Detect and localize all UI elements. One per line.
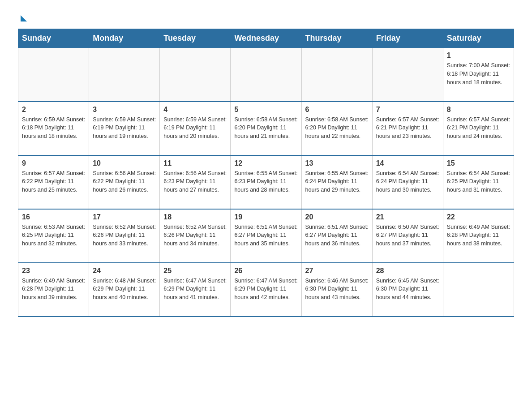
day-number: 16 (22, 213, 85, 221)
day-info: Sunrise: 6:52 AM Sunset: 6:26 PM Dayligh… (93, 223, 156, 248)
weekday-header-saturday: Saturday (443, 29, 514, 48)
day-info: Sunrise: 6:46 AM Sunset: 6:30 PM Dayligh… (305, 277, 369, 302)
calendar-cell: 25Sunrise: 6:47 AM Sunset: 6:29 PM Dayli… (160, 263, 231, 317)
day-number: 8 (447, 106, 510, 114)
calendar-cell: 13Sunrise: 6:55 AM Sunset: 6:24 PM Dayli… (301, 155, 372, 209)
day-info: Sunrise: 6:49 AM Sunset: 6:28 PM Dayligh… (447, 223, 510, 248)
weekday-header-sunday: Sunday (18, 29, 89, 48)
calendar-cell: 15Sunrise: 6:54 AM Sunset: 6:25 PM Dayli… (443, 155, 514, 209)
calendar-cell: 24Sunrise: 6:48 AM Sunset: 6:29 PM Dayli… (89, 263, 160, 317)
day-info: Sunrise: 6:53 AM Sunset: 6:25 PM Dayligh… (22, 223, 85, 248)
calendar-cell: 11Sunrise: 6:56 AM Sunset: 6:23 PM Dayli… (160, 155, 231, 209)
day-number: 6 (305, 106, 369, 114)
weekday-header-friday: Friday (372, 29, 443, 48)
day-info: Sunrise: 6:51 AM Sunset: 6:27 PM Dayligh… (305, 223, 369, 248)
calendar-cell (372, 48, 443, 102)
calendar-cell (18, 48, 89, 102)
calendar-cell: 21Sunrise: 6:50 AM Sunset: 6:27 PM Dayli… (372, 209, 443, 263)
day-info: Sunrise: 6:57 AM Sunset: 6:22 PM Dayligh… (22, 169, 85, 194)
calendar-cell: 26Sunrise: 6:47 AM Sunset: 6:29 PM Dayli… (231, 263, 301, 317)
calendar-week-row: 1Sunrise: 7:00 AM Sunset: 6:18 PM Daylig… (18, 48, 514, 102)
day-number: 25 (163, 267, 227, 275)
calendar-cell: 6Sunrise: 6:58 AM Sunset: 6:20 PM Daylig… (301, 102, 372, 155)
calendar-cell: 10Sunrise: 6:56 AM Sunset: 6:22 PM Dayli… (89, 155, 160, 209)
day-number: 19 (234, 213, 297, 221)
calendar-cell: 12Sunrise: 6:55 AM Sunset: 6:23 PM Dayli… (231, 155, 301, 209)
day-number: 28 (376, 267, 439, 275)
calendar-cell (89, 48, 160, 102)
day-info: Sunrise: 6:59 AM Sunset: 6:19 PM Dayligh… (163, 116, 227, 141)
day-info: Sunrise: 6:58 AM Sunset: 6:20 PM Dayligh… (234, 116, 297, 141)
calendar-cell: 7Sunrise: 6:57 AM Sunset: 6:21 PM Daylig… (372, 102, 443, 155)
calendar-cell (443, 263, 514, 317)
day-info: Sunrise: 6:57 AM Sunset: 6:21 PM Dayligh… (447, 116, 510, 141)
calendar-cell (160, 48, 231, 102)
calendar-cell: 28Sunrise: 6:45 AM Sunset: 6:30 PM Dayli… (372, 263, 443, 317)
day-info: Sunrise: 6:49 AM Sunset: 6:28 PM Dayligh… (22, 277, 85, 302)
calendar-cell: 27Sunrise: 6:46 AM Sunset: 6:30 PM Dayli… (301, 263, 372, 317)
day-info: Sunrise: 6:59 AM Sunset: 6:18 PM Dayligh… (22, 116, 85, 141)
weekday-header-row: SundayMondayTuesdayWednesdayThursdayFrid… (18, 29, 514, 48)
day-info: Sunrise: 6:55 AM Sunset: 6:24 PM Dayligh… (305, 169, 369, 194)
day-number: 15 (447, 159, 510, 167)
day-number: 9 (22, 159, 85, 167)
day-number: 27 (305, 267, 369, 275)
calendar-cell: 8Sunrise: 6:57 AM Sunset: 6:21 PM Daylig… (443, 102, 514, 155)
day-info: Sunrise: 6:57 AM Sunset: 6:21 PM Dayligh… (376, 116, 439, 141)
day-number: 13 (305, 159, 369, 167)
calendar-cell: 19Sunrise: 6:51 AM Sunset: 6:27 PM Dayli… (231, 209, 301, 263)
calendar-cell (231, 48, 301, 102)
calendar-week-row: 9Sunrise: 6:57 AM Sunset: 6:22 PM Daylig… (18, 155, 514, 209)
calendar-cell: 22Sunrise: 6:49 AM Sunset: 6:28 PM Dayli… (443, 209, 514, 263)
day-info: Sunrise: 6:59 AM Sunset: 6:19 PM Dayligh… (93, 116, 156, 141)
calendar-cell: 9Sunrise: 6:57 AM Sunset: 6:22 PM Daylig… (18, 155, 89, 209)
day-info: Sunrise: 6:56 AM Sunset: 6:22 PM Dayligh… (93, 169, 156, 194)
calendar-cell: 2Sunrise: 6:59 AM Sunset: 6:18 PM Daylig… (18, 102, 89, 155)
calendar-week-row: 2Sunrise: 6:59 AM Sunset: 6:18 PM Daylig… (18, 102, 514, 155)
day-number: 18 (163, 213, 227, 221)
calendar-cell: 1Sunrise: 7:00 AM Sunset: 6:18 PM Daylig… (443, 48, 514, 102)
day-info: Sunrise: 6:55 AM Sunset: 6:23 PM Dayligh… (234, 169, 297, 194)
calendar-cell: 4Sunrise: 6:59 AM Sunset: 6:19 PM Daylig… (160, 102, 231, 155)
day-info: Sunrise: 6:56 AM Sunset: 6:23 PM Dayligh… (163, 169, 227, 194)
day-number: 23 (22, 267, 85, 275)
day-number: 2 (22, 106, 85, 114)
day-number: 20 (305, 213, 369, 221)
day-number: 26 (234, 267, 297, 275)
day-number: 1 (447, 51, 510, 60)
weekday-header-wednesday: Wednesday (231, 29, 301, 48)
calendar-week-row: 16Sunrise: 6:53 AM Sunset: 6:25 PM Dayli… (18, 209, 514, 263)
day-info: Sunrise: 6:48 AM Sunset: 6:29 PM Dayligh… (93, 277, 156, 302)
calendar-cell (301, 48, 372, 102)
day-number: 14 (376, 159, 439, 167)
calendar-week-row: 23Sunrise: 6:49 AM Sunset: 6:28 PM Dayli… (18, 263, 514, 317)
day-number: 22 (447, 213, 510, 221)
calendar-cell: 20Sunrise: 6:51 AM Sunset: 6:27 PM Dayli… (301, 209, 372, 263)
day-info: Sunrise: 6:52 AM Sunset: 6:26 PM Dayligh… (163, 223, 227, 248)
day-info: Sunrise: 6:45 AM Sunset: 6:30 PM Dayligh… (376, 277, 439, 302)
day-number: 24 (93, 267, 156, 275)
day-info: Sunrise: 6:50 AM Sunset: 6:27 PM Dayligh… (376, 223, 439, 248)
day-number: 21 (376, 213, 439, 221)
day-info: Sunrise: 6:58 AM Sunset: 6:20 PM Dayligh… (305, 116, 369, 141)
weekday-header-thursday: Thursday (301, 29, 372, 48)
day-info: Sunrise: 6:51 AM Sunset: 6:27 PM Dayligh… (234, 223, 297, 248)
weekday-header-tuesday: Tuesday (160, 29, 231, 48)
day-number: 5 (234, 106, 297, 114)
calendar-cell: 5Sunrise: 6:58 AM Sunset: 6:20 PM Daylig… (231, 102, 301, 155)
calendar-cell: 18Sunrise: 6:52 AM Sunset: 6:26 PM Dayli… (160, 209, 231, 263)
calendar-cell: 23Sunrise: 6:49 AM Sunset: 6:28 PM Dayli… (18, 263, 89, 317)
logo-arrow-icon (21, 15, 27, 21)
day-info: Sunrise: 6:54 AM Sunset: 6:24 PM Dayligh… (376, 169, 439, 194)
calendar-cell: 14Sunrise: 6:54 AM Sunset: 6:24 PM Dayli… (372, 155, 443, 209)
day-number: 3 (93, 106, 156, 114)
calendar-cell: 16Sunrise: 6:53 AM Sunset: 6:25 PM Dayli… (18, 209, 89, 263)
calendar-cell: 3Sunrise: 6:59 AM Sunset: 6:19 PM Daylig… (89, 102, 160, 155)
day-info: Sunrise: 6:47 AM Sunset: 6:29 PM Dayligh… (234, 277, 297, 302)
day-number: 10 (93, 159, 156, 167)
day-info: Sunrise: 6:47 AM Sunset: 6:29 PM Dayligh… (163, 277, 227, 302)
calendar-cell: 17Sunrise: 6:52 AM Sunset: 6:26 PM Dayli… (89, 209, 160, 263)
day-number: 17 (93, 213, 156, 221)
day-number: 12 (234, 159, 297, 167)
day-info: Sunrise: 6:54 AM Sunset: 6:25 PM Dayligh… (447, 169, 510, 194)
